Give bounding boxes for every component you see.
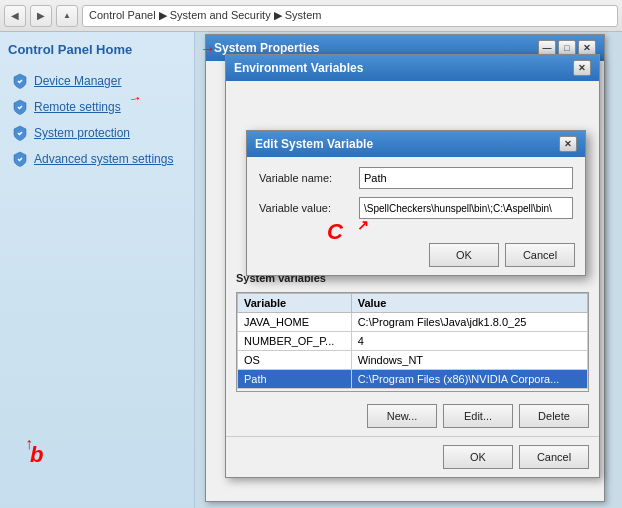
variable-name-row: Variable name: [259,167,573,189]
annotation-c-arrow: ↗ [357,217,369,233]
edit-var-title: Edit System Variable [255,137,373,151]
back-button[interactable]: ◀ [4,5,26,27]
var-value-cell: 4 [351,332,587,351]
annotation-up-arrow: ↑ [25,435,33,453]
sidebar-item-remote-settings[interactable]: Remote settings [8,95,186,119]
annotation-arrow-to-title: → [200,40,216,58]
nav-bar: ◀ ▶ ▲ Control Panel ▶ System and Securit… [0,0,622,32]
table-row-selected[interactable]: Path C:\Program Files (x86)\NVIDIA Corpo… [238,370,588,389]
breadcrumb: Control Panel ▶ System and Security ▶ Sy… [82,5,618,27]
device-manager-label: Device Manager [34,74,121,88]
up-button[interactable]: ▲ [56,5,78,27]
system-properties-title: System Properties [214,41,319,55]
edit-var-dialog: Edit System Variable ✕ Variable name: Va… [246,130,586,276]
system-vars-table: Variable Value JAVA_HOME C:\Program File… [237,293,588,389]
breadcrumb-text: Control Panel ▶ System and Security ▶ Sy… [89,9,321,22]
env-vars-ok-button[interactable]: OK [443,445,513,469]
env-close-button[interactable]: ✕ [573,60,591,76]
var-value-cell-path: C:\Program Files (x86)\NVIDIA Corpora... [351,370,587,389]
variable-name-input[interactable] [359,167,573,189]
main-content: Control Panel Home Device Manager Remote… [0,32,622,508]
edit-var-body: Variable name: Variable value: [247,157,585,237]
table-row[interactable]: NUMBER_OF_P... 4 [238,332,588,351]
forward-button[interactable]: ▶ [30,5,52,27]
shield-icon-protection [12,125,28,141]
col-header-variable: Variable [238,294,352,313]
delete-button[interactable]: Delete [519,404,589,428]
variable-name-label: Variable name: [259,172,359,184]
var-value-cell: Windows_NT [351,351,587,370]
shield-icon-remote [12,99,28,115]
env-vars-cancel-button[interactable]: Cancel [519,445,589,469]
dialog-area: System Properties — □ ✕ Environment Vari… [195,32,622,508]
edit-var-titlebar: Edit System Variable ✕ [247,131,585,157]
table-row[interactable]: JAVA_HOME C:\Program Files\Java\jdk1.8.0… [238,313,588,332]
env-vars-ok-cancel-buttons: OK Cancel [226,436,599,477]
edit-var-cancel-button[interactable]: Cancel [505,243,575,267]
system-protection-label: System protection [34,126,130,140]
sidebar: Control Panel Home Device Manager Remote… [0,32,195,508]
col-header-value: Value [351,294,587,313]
var-name-cell: NUMBER_OF_P... [238,332,352,351]
env-vars-titlebar: Environment Variables ✕ [226,55,599,81]
annotation-arrow-a: → [127,89,144,107]
annotation-c: C [327,219,343,245]
var-value-cell: C:\Program Files\Java\jdk1.8.0_25 [351,313,587,332]
sidebar-title: Control Panel Home [8,42,186,57]
sidebar-item-device-manager[interactable]: Device Manager [8,69,186,93]
new-button[interactable]: New... [367,404,437,428]
variable-value-row: Variable value: [259,197,573,219]
system-vars-section: System variables Variable Value JAVA_HOM… [226,266,599,477]
env-vars-title: Environment Variables [234,61,363,75]
table-row[interactable]: OS Windows_NT [238,351,588,370]
env-titlebar-buttons: ✕ [573,60,591,76]
shield-icon [12,73,28,89]
system-vars-table-container[interactable]: Variable Value JAVA_HOME C:\Program File… [236,292,589,392]
variable-value-label: Variable value: [259,202,359,214]
advanced-settings-label: Advanced system settings [34,152,173,166]
table-action-buttons: New... Edit... Delete [226,398,599,436]
var-name-cell-path: Path [238,370,352,389]
var-name-cell: JAVA_HOME [238,313,352,332]
edit-button[interactable]: Edit... [443,404,513,428]
remote-settings-label: Remote settings [34,100,121,114]
variable-value-input[interactable] [359,197,573,219]
env-vars-dialog: Environment Variables ✕ Edit System Vari… [225,54,600,478]
sidebar-item-system-protection[interactable]: System protection [8,121,186,145]
var-name-cell: OS [238,351,352,370]
edit-var-buttons: OK Cancel [247,237,585,275]
shield-icon-advanced [12,151,28,167]
edit-var-ok-button[interactable]: OK [429,243,499,267]
sidebar-item-advanced-settings[interactable]: Advanced system settings [8,147,186,171]
edit-var-close-button[interactable]: ✕ [559,136,577,152]
